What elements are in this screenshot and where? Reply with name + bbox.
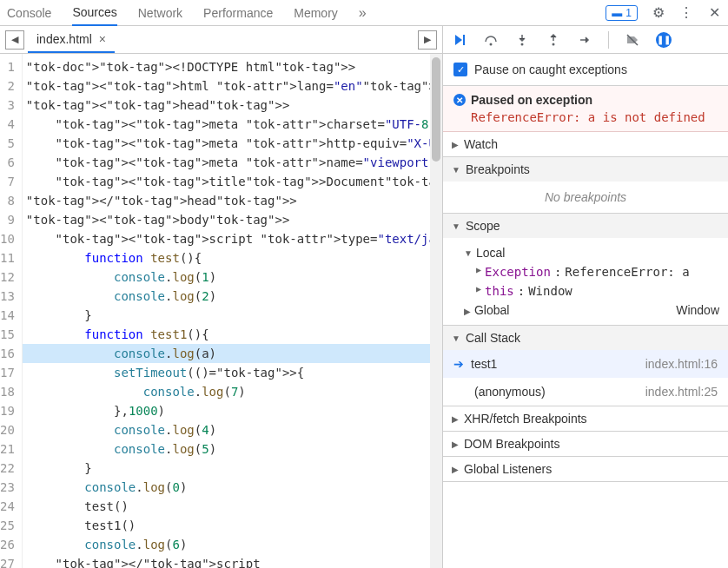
code-line[interactable]: "tok-tag"><"tok-tag">head"tok-tag">>	[23, 96, 442, 115]
code-line[interactable]: }	[23, 459, 442, 478]
code-line[interactable]: function test1(){	[23, 325, 442, 344]
line-number[interactable]: 10	[0, 229, 22, 248]
line-number[interactable]: 22	[0, 459, 22, 478]
code-line[interactable]: console.log(6)	[23, 535, 442, 554]
step-icon[interactable]	[577, 32, 592, 48]
line-number[interactable]: 27	[0, 554, 22, 568]
checkbox-checked-icon[interactable]: ✓	[453, 63, 467, 76]
line-number[interactable]: 20	[0, 420, 22, 439]
global-listeners-section[interactable]: ▶ Global Listeners	[443, 457, 728, 481]
code-line[interactable]: console.log(2)	[23, 287, 442, 306]
scrollbar-vertical[interactable]	[430, 54, 442, 568]
code-line[interactable]: },1000)	[23, 401, 442, 420]
code-line[interactable]: "tok-doc">"tok-tag"><!DOCTYPE html"tok-t…	[23, 57, 442, 76]
pause-on-exceptions-icon[interactable]: ❚❚	[656, 32, 672, 48]
paused-title: Paused on exception	[471, 93, 592, 107]
xhr-breakpoints-section[interactable]: ▶ XHR/fetch Breakpoints	[443, 406, 728, 431]
line-number[interactable]: 2	[0, 76, 22, 96]
line-number[interactable]: 13	[0, 287, 22, 306]
code-line[interactable]: console.log(4)	[23, 420, 442, 439]
scope-exception[interactable]: ▶ Exception: ReferenceError: a	[452, 262, 719, 281]
error-icon: ✕	[453, 94, 466, 106]
scope-section[interactable]: ▼ Scope	[443, 214, 728, 238]
line-number[interactable]: 19	[0, 401, 22, 420]
tab-performance[interactable]: Performance	[203, 1, 273, 25]
tab-network[interactable]: Network	[138, 1, 182, 25]
tab-console[interactable]: Console	[7, 1, 51, 25]
line-number[interactable]: 18	[0, 382, 22, 401]
close-file-icon[interactable]: ×	[99, 32, 106, 46]
line-number[interactable]: 24	[0, 497, 22, 516]
kebab-icon[interactable]: ⋮	[679, 6, 693, 20]
code-line[interactable]: "tok-tag"><"tok-tag">script "tok-attr">t…	[23, 229, 442, 248]
line-number[interactable]: 8	[0, 191, 22, 210]
scrollbar-thumb[interactable]	[432, 57, 440, 162]
code-line[interactable]: "tok-tag"><"tok-tag">meta "tok-attr">nam…	[23, 153, 442, 172]
source-editor[interactable]: 1234567891011121314151617181920212223242…	[0, 54, 442, 568]
line-number[interactable]: 5	[0, 134, 22, 153]
line-number[interactable]: 14	[0, 306, 22, 325]
code-line[interactable]: "tok-tag"><"tok-tag">meta "tok-attr">htt…	[23, 134, 442, 153]
line-number[interactable]: 9	[0, 210, 22, 229]
line-number[interactable]: 1	[0, 57, 22, 76]
step-into-icon[interactable]	[514, 32, 530, 48]
line-number[interactable]: 15	[0, 325, 22, 344]
code-line[interactable]: "tok-tag"></"tok-tag">head"tok-tag">>	[23, 191, 442, 210]
stack-frame[interactable]: (anonymous) index.html:25	[443, 378, 728, 406]
chevron-down-icon: ▼	[452, 165, 460, 175]
line-number[interactable]: 21	[0, 439, 22, 459]
line-number[interactable]: 16	[0, 344, 22, 363]
code-line[interactable]: }	[23, 306, 442, 325]
no-breakpoints-text: No breakpoints	[443, 182, 728, 213]
code-line[interactable]: console.log(a)	[23, 344, 442, 363]
pause-caught-option[interactable]: ✓ Pause on caught exceptions	[443, 54, 728, 86]
chevron-right-icon: ▶	[452, 465, 459, 474]
close-devtools-icon[interactable]: ✕	[707, 6, 721, 20]
xhr-label: XHR/fetch Breakpoints	[464, 412, 587, 426]
code-line[interactable]: test()	[23, 497, 442, 516]
tabs-more-icon[interactable]: »	[359, 5, 367, 21]
line-number[interactable]: 3	[0, 96, 22, 115]
tab-memory[interactable]: Memory	[294, 1, 338, 25]
line-number[interactable]: 6	[0, 153, 22, 172]
gear-icon[interactable]: ⚙	[652, 6, 665, 20]
code-line[interactable]: console.log(1)	[23, 267, 442, 287]
code-line[interactable]: console.log(5)	[23, 439, 442, 459]
code-line[interactable]: "tok-tag"><"tok-tag">body"tok-tag">>	[23, 210, 442, 229]
watch-section[interactable]: ▶ Watch	[443, 132, 728, 156]
code-line[interactable]: "tok-tag"><"tok-tag">title"tok-tag">>Doc…	[23, 172, 442, 191]
dom-breakpoints-section[interactable]: ▶ DOM Breakpoints	[443, 432, 728, 456]
scope-local[interactable]: ▼ Local	[452, 243, 719, 262]
line-number[interactable]: 17	[0, 363, 22, 382]
line-number[interactable]: 26	[0, 535, 22, 554]
breakpoints-section[interactable]: ▼ Breakpoints	[443, 157, 728, 182]
code-line[interactable]: setTimeout(()="tok-tag">>{	[23, 363, 442, 382]
file-tab-index[interactable]: index.html ×	[28, 27, 115, 53]
line-number[interactable]: 12	[0, 267, 22, 287]
code-line[interactable]: "tok-tag"></"tok-tag">script	[23, 554, 442, 568]
scope-global[interactable]: ▶ Global Window	[452, 301, 719, 320]
navigator-toggle-icon[interactable]: ◀	[5, 30, 24, 50]
step-out-icon[interactable]	[546, 32, 561, 48]
step-over-icon[interactable]	[483, 32, 499, 48]
tab-sources[interactable]: Sources	[72, 0, 116, 26]
line-number[interactable]: 4	[0, 115, 22, 134]
code-line[interactable]: "tok-tag"><"tok-tag">html "tok-attr">lan…	[23, 76, 442, 96]
callstack-section[interactable]: ▼ Call Stack	[443, 326, 728, 350]
stack-frame[interactable]: ➔test1 index.html:16	[443, 350, 728, 378]
code-line[interactable]: console.log(7)	[23, 382, 442, 401]
scope-this[interactable]: ▶ this: Window	[452, 281, 719, 301]
snippets-toggle-icon[interactable]: ▶	[418, 30, 437, 50]
code-line[interactable]: test1()	[23, 516, 442, 535]
line-number[interactable]: 7	[0, 172, 22, 191]
line-number[interactable]: 23	[0, 478, 22, 497]
message-badge[interactable]: ▬ 1	[606, 5, 638, 21]
line-number[interactable]: 11	[0, 248, 22, 267]
resume-icon[interactable]	[452, 32, 467, 48]
code-line[interactable]: "tok-tag"><"tok-tag">meta "tok-attr">cha…	[23, 115, 442, 134]
file-name: index.html	[36, 32, 92, 46]
line-number[interactable]: 25	[0, 516, 22, 535]
code-line[interactable]: console.log(0)	[23, 478, 442, 497]
deactivate-breakpoints-icon[interactable]	[625, 32, 640, 48]
code-line[interactable]: function test(){	[23, 248, 442, 267]
